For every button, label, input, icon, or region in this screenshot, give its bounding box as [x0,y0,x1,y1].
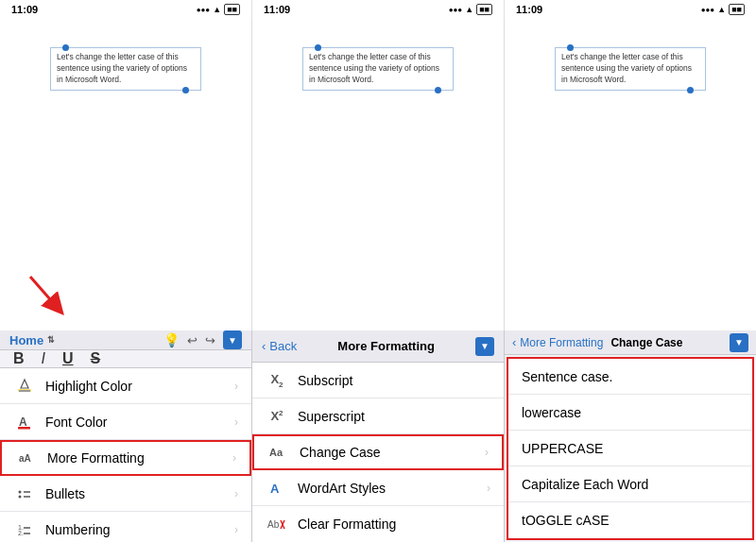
doc-text-3: Let's change the letter case of this sen… [561,52,692,84]
subscript-icon: X2 [266,369,288,392]
lowercase-item[interactable]: lowercase [508,395,752,431]
italic-button[interactable]: I [42,350,45,367]
panel-more-formatting: ‹ Back More Formatting ▼ X2 Subscript [252,330,505,542]
svg-rect-2 [19,390,30,392]
cc-dropdown-button[interactable]: ▼ [730,333,748,352]
svg-rect-4 [18,427,30,430]
highlight-color-label: Highlight Color [45,379,234,394]
battery-icon-1: ■■ [224,4,240,15]
underline-button[interactable]: U [62,350,74,367]
mf-dropdown-button[interactable]: ▼ [475,337,494,356]
back-button[interactable]: ‹ Back [262,339,297,353]
doc-content-3: Let's change the letter case of this sen… [555,47,706,91]
battery-icon-2: ■■ [476,4,492,15]
highlight-color-chevron: › [234,380,238,393]
back-label[interactable]: Back [269,339,297,353]
home-sort-icon: ⇅ [47,335,55,345]
format-buttons-row: B I U S [0,350,251,368]
bullets-chevron: › [234,487,238,500]
status-icons-1: ●●● ▲ ■■ [197,4,240,15]
wordart-chevron: › [487,482,490,495]
bullets-item[interactable]: Bullets › [0,476,251,512]
panels-container: Home ⇅ 💡 ↩ ↪ ▼ B I U S [0,330,756,542]
strikethrough-button[interactable]: S [91,350,101,367]
change-case-icon: Aа [267,441,290,464]
toggle-case-item[interactable]: tOGGLE cASE [508,502,752,538]
redo-icon[interactable]: ↪ [205,333,215,347]
cc-dropdown-chevron-icon: ▼ [734,337,744,347]
svg-line-0 [30,277,57,307]
highlight-color-icon [13,375,36,398]
back-chevron-icon: ‹ [262,339,266,353]
doc-text-1: Let's change the letter case of this sen… [57,52,187,84]
mf-dropdown-chevron-icon: ▼ [480,341,490,351]
change-case-item[interactable]: Aа Change Case › [252,434,504,470]
home-dropdown-button[interactable]: ▼ [223,330,242,349]
bold-button[interactable]: B [13,350,25,367]
bullets-label: Bullets [45,486,234,501]
change-case-chevron: › [485,446,489,459]
font-color-icon: A [13,411,36,433]
more-formatting-chevron: › [232,451,236,465]
selection-handle-top-1 [62,44,69,51]
wordart-icon: A [266,477,288,500]
numbering-chevron: › [234,523,238,536]
superscript-item[interactable]: X2 Superscript [252,398,504,434]
selection-handle-bottom-2 [435,87,441,93]
undo-icon[interactable]: ↩ [187,333,198,347]
highlight-color-item[interactable]: Highlight Color › [0,368,251,404]
svg-text:Ab: Ab [267,519,280,530]
clear-formatting-item[interactable]: Ab Clear Formatting [252,506,504,542]
numbering-icon: 1. 2. [13,518,36,541]
dropdown-chevron-icon: ▼ [228,335,237,346]
signal-icon-3: ●●● [701,6,715,14]
bullets-icon [13,483,36,505]
clear-formatting-label: Clear Formatting [298,517,490,532]
signal-icon-1: ●●● [197,6,211,14]
doc-panel-2: Let's change the letter case of this sen… [252,19,505,349]
more-formatting-header: ‹ Back More Formatting ▼ [252,330,504,363]
home-label: Home [9,333,43,347]
more-formatting-title: More Formatting [297,339,475,353]
sentence-case-item[interactable]: Sentence case. [508,359,752,395]
doc-content-2: Let's change the letter case of this sen… [302,47,454,91]
status-bar-3: 11:09 ●●● ▲ ■■ [505,0,756,19]
status-bars-container: 11:09 ●●● ▲ ■■ 11:09 ●●● ▲ ■■ 11:09 ●●● … [0,0,756,19]
change-case-title: Change Case [610,336,682,349]
lightbulb-icon[interactable]: 💡 [163,332,180,347]
panel-change-case: ‹ More Formatting Change Case ▼ Sentence… [505,330,756,542]
font-color-item[interactable]: A Font Color › [0,404,251,440]
uppercase-label: UPPERCASE [522,441,603,456]
clear-formatting-icon: Ab [266,513,288,535]
status-icons-2: ●●● ▲ ■■ [449,4,492,15]
subscript-item[interactable]: X2 Subscript [252,363,504,398]
document-area: Let's change the letter case of this sen… [0,19,756,349]
svg-text:aA: aA [19,453,31,464]
svg-text:A: A [270,482,280,496]
numbering-item[interactable]: 1. 2. Numbering › [0,512,251,542]
doc-content-1: Let's change the letter case of this sen… [50,47,201,91]
home-menu-list: Highlight Color › A Font Color › [0,368,251,542]
capitalize-each-word-item[interactable]: Capitalize Each Word [508,466,752,502]
toolbar-area: Home ⇅ 💡 ↩ ↪ ▼ B I U S [0,330,756,542]
doc-panel-3: Let's change the letter case of this sen… [505,19,756,349]
uppercase-item[interactable]: UPPERCASE [508,431,752,466]
font-color-chevron: › [234,415,238,429]
svg-point-6 [19,490,22,493]
wordart-item[interactable]: A WordArt Styles › [252,470,504,506]
change-case-label: Change Case [300,445,485,460]
cc-breadcrumb-link[interactable]: More Formatting [520,336,603,349]
more-formatting-icon: aA [15,447,38,469]
sentence-case-label: Sentence case. [522,369,613,384]
battery-icon-3: ■■ [729,4,745,15]
more-formatting-item[interactable]: aA More Formatting › [0,440,251,476]
arrow-indicator [21,267,73,323]
wordart-label: WordArt Styles [298,481,487,496]
selection-handle-bottom-3 [687,87,694,93]
svg-text:Aа: Aа [269,447,284,458]
wifi-icon-2: ▲ [465,5,473,14]
svg-text:2.: 2. [18,530,24,536]
cc-back-chevron: ‹ [512,335,516,349]
lowercase-label: lowercase [522,405,581,420]
home-title: Home ⇅ [9,333,55,347]
